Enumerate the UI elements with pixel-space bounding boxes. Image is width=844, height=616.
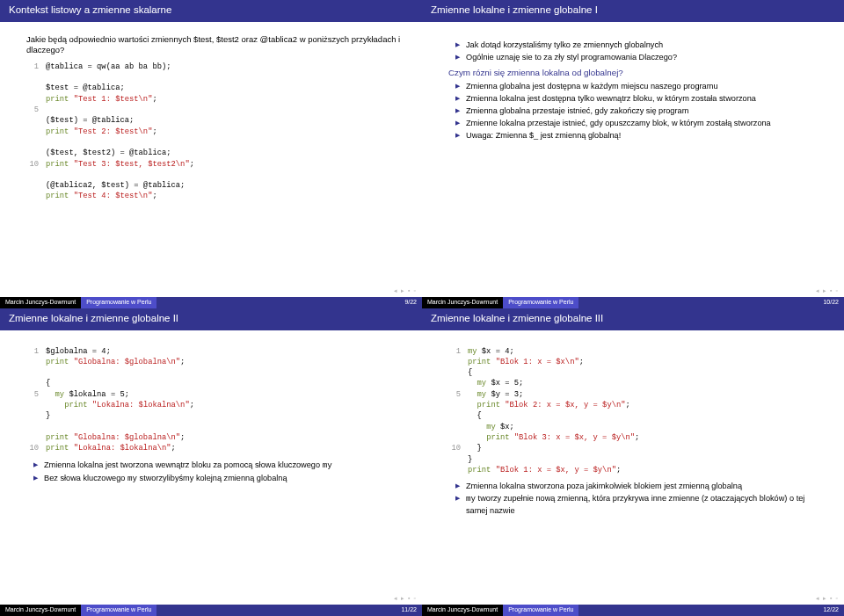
footer-author: Marcin Junczys-Dowmunt xyxy=(422,605,503,616)
bullet: Jak dotąd korzystaliśmy tylko ze zmienny… xyxy=(455,40,826,50)
nav-dots[interactable]: ◂ ▸ ▪ ▫ xyxy=(816,595,839,602)
bullet: Zmienna lokalna jest dostępna tylko wewn… xyxy=(455,93,826,104)
footer-course: Programowanie w Perlu xyxy=(81,605,156,616)
footer-page: 11/22 xyxy=(156,605,422,616)
bullet: my tworzy zupełnie nową zmienną, która p… xyxy=(455,493,826,516)
footer-page: 9/22 xyxy=(156,297,422,308)
bullet: Uwaga: Zmienna $_ jest zmienną globalną! xyxy=(455,130,826,141)
slide-title: Zmienne lokalne i zmienne globalne II xyxy=(0,308,422,330)
bullet: Zmienna globalna przestaje istnieć, gdy … xyxy=(455,105,826,116)
slide-title: Kontekst listowy a zmienne skalarne xyxy=(0,0,422,22)
nav-dots[interactable]: ◂ ▸ ▪ ▫ xyxy=(816,287,839,294)
footer-page: 10/22 xyxy=(578,297,844,308)
footer-course: Programowanie w Perlu xyxy=(503,605,578,616)
nav-dots[interactable]: ◂ ▸ ▪ ▫ xyxy=(394,595,417,602)
footer: Marcin Junczys-Dowmunt Programowanie w P… xyxy=(422,605,844,616)
slide-3: Zmienne lokalne i zmienne globalne II 1$… xyxy=(0,308,422,617)
footer-course: Programowanie w Perlu xyxy=(503,297,578,308)
slide-body: 1$globalna = 4; print "Globalna: $global… xyxy=(0,334,422,605)
slide-body: Jakie będą odpowiednio wartości zmiennyc… xyxy=(0,25,422,297)
subheading: Czym rózni się zmienna lokalna od global… xyxy=(448,68,826,77)
slide-2: Zmienne lokalne i zmienne globalne I Jak… xyxy=(422,0,844,308)
slide-title: Zmienne lokalne i zmienne globalne III xyxy=(422,308,844,330)
footer-author: Marcin Junczys-Dowmunt xyxy=(0,605,81,616)
footer-page: 12/22 xyxy=(578,605,844,616)
code-block: 1@tablica = qw(aa ab ba bb); $test = @ta… xyxy=(26,62,404,202)
bullet: Ogólnie uznaję sie to za zły styl progra… xyxy=(455,52,826,62)
footer-author: Marcin Junczys-Dowmunt xyxy=(422,297,503,308)
bullet: Zmienna lokalna jest tworzona wewnątrz b… xyxy=(33,460,404,471)
slide-1: Kontekst listowy a zmienne skalarne Jaki… xyxy=(0,0,422,308)
bullet: Zmienna globalna jest dostępna w każdym … xyxy=(455,81,826,91)
code-block: 1my $x = 4; print "Blok 1: x = $x\n"; { … xyxy=(448,346,826,476)
slide-body: Jak dotąd korzystaliśmy tylko ze zmienny… xyxy=(422,25,844,297)
bullet: Zmienna lokalna stworzona poza jakimkolw… xyxy=(455,481,826,491)
footer: Marcin Junczys-Dowmunt Programowanie w P… xyxy=(0,605,422,616)
bullet: Zmienne lokalna przestaje istnieć, gdy o… xyxy=(455,118,826,128)
footer-course: Programowanie w Perlu xyxy=(81,297,156,308)
footer: Marcin Junczys-Dowmunt Programowanie w P… xyxy=(0,297,422,308)
lead-text: Jakie będą odpowiednio wartości zmiennyc… xyxy=(26,34,404,56)
nav-dots[interactable]: ◂ ▸ ▪ ▫ xyxy=(394,287,417,294)
slide-title: Zmienne lokalne i zmienne globalne I xyxy=(422,0,844,22)
bullet: Bez słowa kluczowego my stworzylibyśmy k… xyxy=(33,473,404,484)
footer-author: Marcin Junczys-Dowmunt xyxy=(0,297,81,308)
slide-body: 1my $x = 4; print "Blok 1: x = $x\n"; { … xyxy=(422,334,844,605)
code-block: 1$globalna = 4; print "Globalna: $global… xyxy=(26,346,404,454)
footer: Marcin Junczys-Dowmunt Programowanie w P… xyxy=(422,297,844,308)
slide-4: Zmienne lokalne i zmienne globalne III 1… xyxy=(422,308,844,617)
